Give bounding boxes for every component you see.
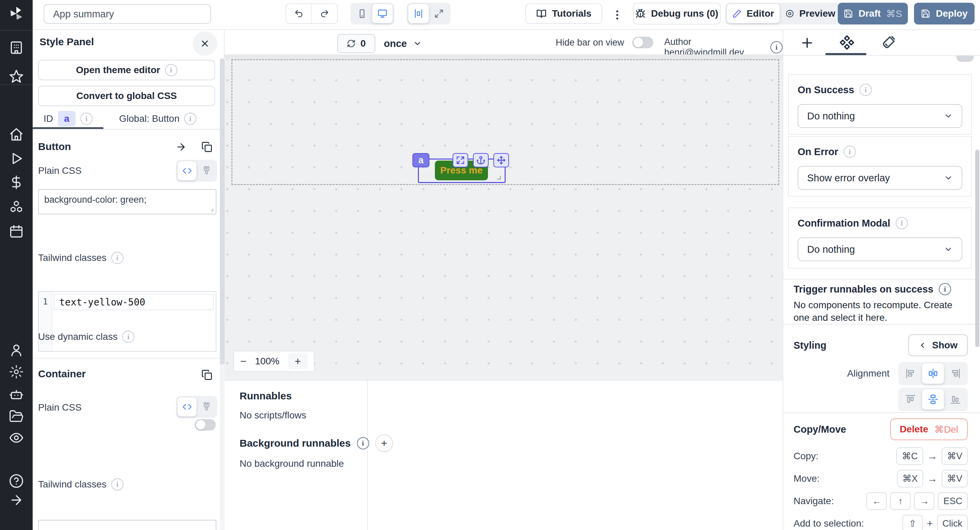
settings-gear-icon[interactable] [9, 364, 24, 379]
info-icon[interactable] [357, 437, 369, 449]
favorites-star-icon[interactable] [9, 69, 24, 84]
workers-bot-icon[interactable] [9, 387, 24, 402]
runnables-panel: Runnables No scripts/flows Background ru… [224, 380, 783, 530]
tab-id[interactable]: ID a [43, 111, 92, 127]
undo-button[interactable] [286, 4, 312, 23]
open-theme-editor-button[interactable]: Open theme editor [38, 60, 215, 80]
align-horizontal-center-button[interactable] [922, 363, 944, 384]
redo-icon [320, 9, 329, 18]
vertical-alignment-group [898, 388, 968, 411]
hide-bar-toggle[interactable] [632, 37, 653, 48]
info-icon[interactable] [843, 146, 856, 158]
align-top-button[interactable] [900, 389, 921, 409]
align-left-button[interactable] [900, 363, 921, 384]
delete-component-button[interactable]: Delete ⌘Del [890, 419, 968, 440]
info-icon[interactable] [80, 113, 92, 125]
info-icon[interactable] [770, 41, 783, 53]
code-mode-button[interactable] [178, 397, 196, 416]
add-background-runnable-button[interactable]: + [375, 435, 393, 452]
runs-play-icon[interactable] [9, 151, 24, 166]
plain-css-textarea[interactable]: background-color: green; [38, 189, 216, 214]
full-width-button[interactable] [429, 4, 449, 23]
schedules-calendar-icon[interactable] [9, 224, 24, 239]
redo-button[interactable] [312, 4, 337, 23]
styling-title: Styling [794, 340, 827, 351]
copy-style-icon[interactable] [202, 370, 212, 380]
use-dynamic-class-toggle[interactable] [195, 419, 216, 431]
desktop-view-button[interactable] [372, 4, 393, 23]
expand-component-handle[interactable] [453, 153, 468, 167]
draft-save-button[interactable]: Draft ⌘S [838, 3, 908, 24]
component-resize-corner[interactable] [495, 173, 501, 180]
info-icon[interactable] [859, 84, 872, 96]
app-summary-input[interactable]: App summary [43, 4, 211, 24]
variables-dollar-icon[interactable] [9, 175, 24, 190]
deploy-button[interactable]: Deploy [914, 3, 975, 24]
info-icon[interactable] [939, 283, 951, 295]
debug-runs-button[interactable]: Debug runs (0) [633, 3, 721, 24]
component-settings-tab-icon[interactable] [839, 35, 855, 50]
styling-tab-brush-icon[interactable] [881, 35, 896, 50]
resources-boxes-icon[interactable] [9, 199, 24, 214]
workspace-building-icon[interactable] [9, 40, 24, 55]
copy-style-icon[interactable] [202, 141, 212, 152]
tutorials-label: Tutorials [552, 8, 592, 19]
plain-css-textarea[interactable] [38, 520, 216, 530]
sidebar-divider [0, 84, 33, 85]
audit-eye-icon[interactable] [9, 430, 24, 445]
more-options-kebab-icon[interactable] [611, 8, 624, 22]
zoom-out-button[interactable]: − [240, 355, 247, 368]
tab-row-border [783, 55, 980, 56]
info-icon[interactable] [165, 64, 177, 76]
move-component-handle[interactable] [493, 153, 509, 167]
info-icon[interactable] [896, 217, 908, 229]
expand-sidebar-arrow-icon[interactable] [9, 493, 24, 508]
info-icon[interactable] [111, 252, 124, 264]
home-icon[interactable] [9, 127, 24, 142]
paint-mode-button[interactable] [197, 161, 216, 180]
info-icon[interactable] [111, 478, 124, 490]
folders-icon[interactable] [9, 409, 24, 424]
close-style-panel-button[interactable] [192, 31, 217, 56]
paint-mode-button[interactable] [197, 397, 216, 416]
arrow-right-icon[interactable] [176, 141, 186, 152]
resize-handle-icon[interactable] [208, 206, 215, 212]
code-mode-button[interactable] [178, 161, 196, 180]
users-icon[interactable] [9, 343, 24, 357]
canvas[interactable]: Press me a − 100% + [224, 54, 783, 380]
run-mode-value: once [384, 38, 407, 49]
align-bottom-button[interactable] [945, 389, 966, 409]
kbd-arrow-left: ← [866, 492, 887, 510]
styling-show-button[interactable]: Show [908, 335, 968, 356]
editor-active-line[interactable]: text-yellow-500 [54, 294, 214, 310]
info-icon[interactable] [122, 331, 134, 343]
align-right-button[interactable] [945, 363, 966, 384]
run-mode-dropdown[interactable]: once [384, 36, 422, 51]
bounded-width-button[interactable] [408, 4, 429, 23]
mobile-view-button[interactable] [352, 4, 372, 23]
tab-global-button[interactable]: Global: Button [119, 111, 196, 127]
refresh-count: 0 [360, 38, 366, 49]
component-id-tag[interactable]: a [412, 153, 430, 167]
zoom-level: 100% [255, 356, 280, 367]
confirmation-modal-select[interactable]: Do nothing [798, 238, 962, 261]
info-icon[interactable] [184, 113, 196, 125]
partial-toggle[interactable] [956, 56, 974, 62]
zoom-in-button[interactable]: + [288, 353, 308, 370]
on-error-select[interactable]: Show error overlay [798, 166, 962, 190]
device-toggle-group [350, 3, 394, 24]
preview-tab[interactable]: Preview [780, 4, 841, 23]
editor-tab[interactable]: Editor [727, 4, 780, 23]
help-icon[interactable] [9, 473, 24, 489]
anchor-component-handle[interactable] [473, 153, 488, 167]
style-panel-scrollbar-thumb[interactable] [220, 59, 224, 365]
align-vertical-center-button[interactable] [922, 389, 944, 409]
insert-component-tab-plus-icon[interactable] [800, 35, 815, 50]
refresh-count-button[interactable]: 0 [337, 34, 375, 53]
right-panel-scrollbar-thumb[interactable] [975, 150, 979, 347]
tutorials-button[interactable]: Tutorials [525, 3, 602, 24]
windmill-logo-icon[interactable] [8, 5, 24, 22]
convert-global-css-button[interactable]: Convert to global CSS [38, 86, 215, 106]
on-success-select[interactable]: Do nothing [798, 104, 962, 128]
delete-shortcut: ⌘Del [934, 424, 958, 435]
